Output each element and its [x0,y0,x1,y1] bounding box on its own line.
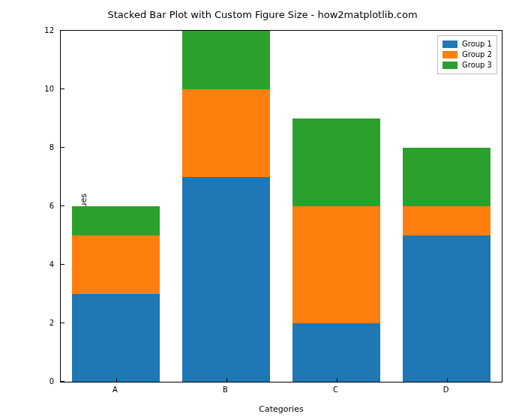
x-tick [337,378,338,382]
legend-label: Group 1 [462,39,492,50]
legend-label: Group 2 [462,50,492,60]
x-tick-label: B [223,386,228,394]
figure: Stacked Bar Plot with Custom Figure Size… [0,0,525,420]
chart-title: Stacked Bar Plot with Custom Figure Size… [0,9,525,20]
x-tick-label: C [333,386,338,394]
bar-segment [292,206,381,323]
legend-item: Group 2 [442,50,492,60]
x-tick [447,378,448,382]
bar-segment [72,294,160,382]
axes: Values Categories Group 1Group 2Group 3 [60,30,502,382]
bar-segment [72,236,160,294]
y-tick-label: 2 [0,319,54,327]
legend-swatch [442,62,458,69]
x-tick-label: A [112,386,118,394]
bar-segment [403,236,491,382]
x-tick [116,378,117,382]
legend: Group 1Group 2Group 3 [437,35,497,74]
y-tick-label: 0 [0,377,54,386]
legend-swatch [442,40,458,48]
bar-segment [182,177,271,382]
legend-label: Group 3 [462,60,492,70]
legend-item: Group 3 [442,60,492,70]
y-tick-label: 8 [0,143,54,152]
bar-segment [292,118,381,206]
y-tick-label: 10 [0,85,54,93]
y-tick-label: 12 [0,26,54,34]
bar-segment [292,323,381,382]
plot-area [61,31,502,382]
x-tick [226,378,227,382]
y-tick-label: 4 [0,260,54,268]
bar-segment [182,31,271,89]
bar-segment [403,148,491,206]
x-tick-label: D [443,386,449,394]
bar-segment [182,89,271,177]
bar-segment [403,206,491,236]
y-tick-label: 6 [0,202,54,210]
legend-swatch [442,51,458,58]
x-axis-label: Categories [61,404,502,414]
legend-item: Group 1 [442,39,492,50]
bar-segment [72,206,160,236]
